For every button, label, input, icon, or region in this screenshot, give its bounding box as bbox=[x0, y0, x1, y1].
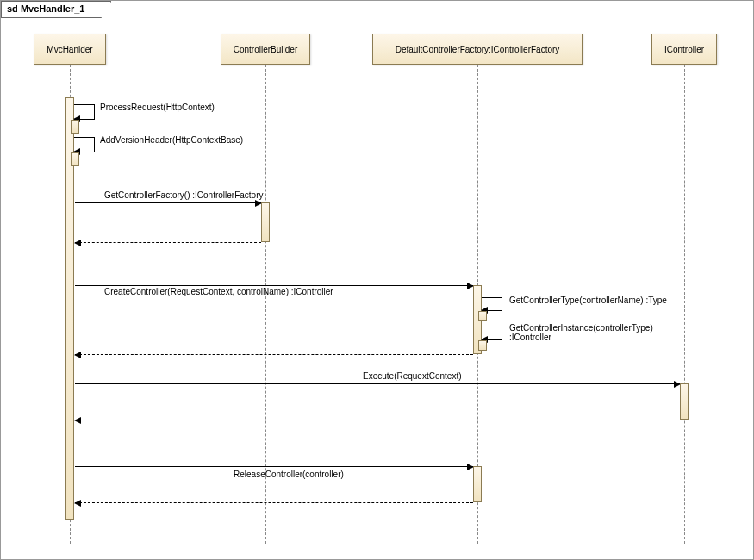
self-message-arc bbox=[482, 327, 502, 340]
return-arrow bbox=[75, 354, 473, 355]
self-message-arc bbox=[74, 137, 95, 152]
lifeline-icontroller: IController bbox=[651, 34, 717, 65]
activation-bar bbox=[478, 340, 487, 351]
return-arrow bbox=[75, 242, 261, 243]
activation-bar bbox=[478, 311, 487, 321]
lifeline-label: MvcHanlder bbox=[47, 45, 92, 54]
message-getcontrollerfactory: GetControllerFactory() :IControllerFacto… bbox=[104, 190, 264, 200]
lifeline-controllerbuilder: ControllerBuilder bbox=[221, 34, 310, 65]
activation-bar bbox=[473, 466, 482, 502]
message-getcontrollerinstance: GetControllerInstance(controllerType) :I… bbox=[509, 323, 690, 342]
activation-bar bbox=[71, 120, 79, 134]
frame-title: sd MvcHandler_1 bbox=[1, 1, 111, 18]
message-execute: Execute(RequextContext) bbox=[363, 371, 462, 381]
activation-bar bbox=[71, 152, 79, 166]
message-arrow bbox=[75, 202, 261, 203]
message-getcontrollertype: GetControllerType(controllerName) :Type bbox=[509, 296, 667, 305]
lifeline-label: DefaultControllerFactory:IControllerFact… bbox=[396, 45, 560, 54]
lifeline-defaultcontrollerfactory: DefaultControllerFactory:IControllerFact… bbox=[372, 34, 583, 65]
lifeline-label: IController bbox=[664, 45, 704, 54]
self-message-arc bbox=[482, 297, 502, 311]
message-createcontroller: CreateController(RequestContext, control… bbox=[104, 287, 333, 296]
sequence-diagram-canvas: sd MvcHandler_1 MvcHanlder ControllerBui… bbox=[0, 0, 754, 560]
activation-bar bbox=[261, 202, 270, 242]
message-releasecontroller: ReleaseController(controller) bbox=[234, 470, 344, 479]
message-arrow bbox=[75, 383, 680, 384]
message-arrow bbox=[75, 285, 473, 286]
message-addversionheader: AddVersionHeader(HttpContextBase) bbox=[100, 135, 243, 145]
lifeline-mvchandler: MvcHanlder bbox=[34, 34, 106, 65]
lifeline-label: ControllerBuilder bbox=[234, 45, 297, 54]
return-arrow bbox=[75, 420, 680, 420]
message-arrow bbox=[75, 466, 473, 467]
lifeline-line bbox=[684, 65, 685, 544]
activation-bar bbox=[680, 383, 689, 420]
self-message-arc bbox=[74, 104, 95, 120]
return-arrow bbox=[75, 502, 473, 503]
message-processrequest: ProcessRequest(HttpContext) bbox=[100, 103, 215, 112]
